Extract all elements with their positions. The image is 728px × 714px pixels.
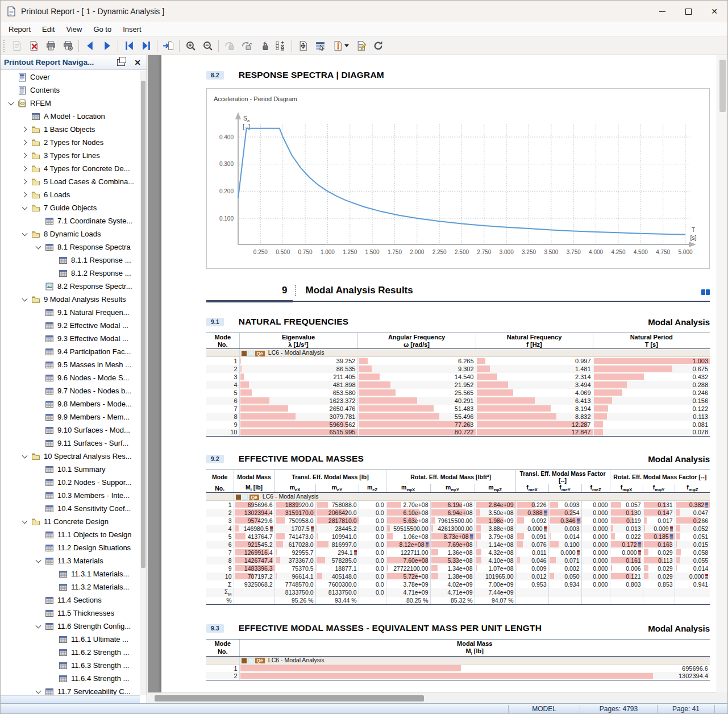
horizontal-scrollbar-thumb[interactable] xyxy=(155,695,424,701)
menu-goto[interactable]: Go to xyxy=(88,23,117,35)
tree-item-a-model-location[interactable]: A Model - Location xyxy=(1,110,140,123)
tree-item-8-dynamic-loads[interactable]: 8 Dynamic Loads xyxy=(1,227,140,240)
tree-item-9-11-surfaces-surf[interactable]: 9.11 Surfaces - Surf... xyxy=(1,437,140,450)
tree-item-8-2-response-spectr[interactable]: 8.2 Response Spectr... xyxy=(1,280,140,293)
tree-item-11-6-2-strength[interactable]: 11.6.2 Strength ... xyxy=(1,646,140,659)
tree-item-8-1-response-spectra[interactable]: 8.1 Response Spectra xyxy=(1,240,140,254)
expander-closed-icon[interactable] xyxy=(19,140,30,144)
tree-item-11-6-1-ultimate[interactable]: 11.6.1 Ultimate ... xyxy=(1,633,140,646)
update-chapters-button[interactable] xyxy=(328,38,352,54)
table-icon xyxy=(44,530,55,539)
tree-item-7-guide-objects[interactable]: 7 Guide Objects xyxy=(1,201,140,214)
tree-item-9-1-natural-frequen[interactable]: 9.1 Natural Frequen... xyxy=(1,306,140,319)
tree-item-3-types-for-lines[interactable]: 3 Types for Lines xyxy=(1,149,140,162)
tree-item-9-8-members-mode[interactable]: 9.8 Members - Mode... xyxy=(1,397,140,410)
expander-closed-icon[interactable] xyxy=(19,193,30,197)
expander-closed-icon[interactable] xyxy=(19,167,30,171)
tree-item-10-3-members-inte[interactable]: 10.3 Members - Inte... xyxy=(1,489,140,502)
tree-item-9-5-masses-in-mesh[interactable]: 9.5 Masses in Mesh ... xyxy=(1,358,140,371)
tree-item-5-load-cases-combina[interactable]: 5 Load Cases & Combina... xyxy=(1,175,140,188)
print-settings-button[interactable] xyxy=(59,38,76,54)
menu-edit[interactable]: Edit xyxy=(36,23,60,35)
tree-item-11-4-sections[interactable]: 11.4 Sections xyxy=(1,593,140,607)
tree-item-9-modal-analysis-results[interactable]: 9 Modal Analysis Results xyxy=(1,293,140,306)
tree-item-10-2-nodes-suppor[interactable]: 10.2 Nodes - Suppor... xyxy=(1,476,140,489)
expander-open-icon[interactable] xyxy=(32,560,44,562)
refresh-button[interactable] xyxy=(369,38,386,54)
tree-item-7-1-coordinate-syste[interactable]: 7.1 Coordinate Syste... xyxy=(1,214,140,227)
tree-item-2-types-for-nodes[interactable]: 2 Types for Nodes xyxy=(1,136,140,149)
fit-page-button[interactable] xyxy=(294,38,311,54)
tree-item-11-2-design-situations[interactable]: 11.2 Design Situations xyxy=(1,541,140,554)
menu-view[interactable]: View xyxy=(60,23,88,35)
tree-item-11-5-thicknesses[interactable]: 11.5 Thicknesses xyxy=(1,607,140,620)
expander-open-icon[interactable] xyxy=(32,246,44,248)
goto-page-button[interactable] xyxy=(160,38,177,54)
unlock-regenerate-button[interactable] xyxy=(238,38,255,54)
tree-item-11-6-4-strength[interactable]: 11.6.4 Strength ... xyxy=(1,672,140,685)
tree-item-8-1-2-response[interactable]: 8.1.2 Response ... xyxy=(1,267,140,280)
lock-pages-button[interactable] xyxy=(255,38,272,54)
expander-open-icon[interactable] xyxy=(19,455,30,458)
last-page-button[interactable] xyxy=(138,38,155,54)
expander-open-icon[interactable] xyxy=(19,298,30,301)
tree-item-6-loads[interactable]: 6 Loads xyxy=(1,188,140,201)
expander-open-icon[interactable] xyxy=(32,625,44,628)
tree-item-11-6-strength-config[interactable]: 11.6 Strength Config... xyxy=(1,620,140,633)
tree-item-contents[interactable]: Contents xyxy=(1,84,140,97)
expander-open-icon[interactable] xyxy=(19,233,30,235)
tree-item-11-3-2-materials[interactable]: 11.3.2 Materials... xyxy=(1,580,140,593)
edit-text-button[interactable] xyxy=(352,38,369,54)
report-page: 8.2 RESPONSE SPECTRA | DIAGRAM Accelerat… xyxy=(161,55,727,698)
print-button[interactable] xyxy=(42,38,59,54)
tree-item-11-concrete-design[interactable]: 11 Concrete Design xyxy=(1,515,140,528)
tree-item-9-2-effective-modal[interactable]: 9.2 Effective Modal ... xyxy=(1,319,140,332)
maximize-button[interactable] xyxy=(675,1,701,22)
float-panel-icon[interactable] xyxy=(117,59,125,66)
nav-back-button[interactable] xyxy=(81,38,98,54)
tree-item-10-1-summary[interactable]: 10.1 Summary xyxy=(1,463,140,476)
select-block-button[interactable] xyxy=(311,38,328,54)
expander-open-icon[interactable] xyxy=(19,207,30,209)
vertical-scrollbar-thumb[interactable] xyxy=(719,60,726,112)
tree-item-rfem[interactable]: RFEM xyxy=(1,97,140,110)
tree-item-9-6-nodes-mode-s[interactable]: 9.6 Nodes - Mode S... xyxy=(1,371,140,384)
minimize-button[interactable] xyxy=(649,1,675,22)
tree-item-9-4-participation-fac[interactable]: 9.4 Participation Fac... xyxy=(1,345,140,358)
tree-item-9-10-surfaces-mod[interactable]: 9.10 Surfaces - Mod... xyxy=(1,424,140,437)
tree-item-cover[interactable]: Cover xyxy=(1,70,140,84)
expander-open-icon[interactable] xyxy=(19,521,30,523)
tree-item-11-3-1-materials[interactable]: 11.3.1 Materials... xyxy=(1,567,140,580)
delete-page-button[interactable] xyxy=(25,38,42,54)
zoom-in-button[interactable] xyxy=(182,38,199,54)
expander-closed-icon[interactable] xyxy=(19,153,30,157)
expander-open-icon[interactable] xyxy=(32,691,44,693)
menu-report[interactable]: Report xyxy=(3,23,36,35)
recalculate-button[interactable] xyxy=(272,38,289,54)
tree-item-11-6-3-strength[interactable]: 11.6.3 Strength ... xyxy=(1,659,140,672)
tree-item-11-7-serviceability-c[interactable]: 11.7 Serviceability C... xyxy=(1,685,140,695)
tree-item-1-basic-objects[interactable]: 1 Basic Objects xyxy=(1,123,140,136)
tree-item-10-spectral-analysis-res[interactable]: 10 Spectral Analysis Res... xyxy=(1,450,140,463)
horizontal-scrollbar[interactable] xyxy=(148,692,717,703)
expander-closed-icon[interactable] xyxy=(19,180,30,184)
expander-closed-icon[interactable] xyxy=(19,127,30,131)
vertical-scrollbar[interactable] xyxy=(717,55,727,692)
dropdown-arrow-icon[interactable] xyxy=(344,44,349,47)
tree-item-9-3-effective-modal[interactable]: 9.3 Effective Modal ... xyxy=(1,332,140,345)
tree-item-8-1-1-response[interactable]: 8.1.1 Response ... xyxy=(1,254,140,267)
tree-item-9-9-members-mem[interactable]: 9.9 Members - Mem... xyxy=(1,410,140,424)
zoom-out-button[interactable] xyxy=(199,38,216,54)
navigator-scrollbar[interactable] xyxy=(140,70,147,695)
nav-forward-button[interactable] xyxy=(98,38,115,54)
close-panel-icon[interactable]: ✕ xyxy=(132,58,143,67)
menu-insert[interactable]: Insert xyxy=(117,23,147,35)
first-page-button[interactable] xyxy=(120,38,138,54)
expander-open-icon[interactable] xyxy=(5,102,16,105)
tree-item-10-4-sensitivity-coef[interactable]: 10.4 Sensitivity Coef... xyxy=(1,502,140,515)
tree-item-11-3-materials[interactable]: 11.3 Materials xyxy=(1,554,140,567)
tree-item-11-1-objects-to-design[interactable]: 11.1 Objects to Design xyxy=(1,528,140,541)
tree-item-4-types-for-concrete-de[interactable]: 4 Types for Concrete De... xyxy=(1,162,140,175)
close-button[interactable]: ✕ xyxy=(701,1,727,22)
tree-item-9-7-nodes-nodes-b[interactable]: 9.7 Nodes - Nodes b... xyxy=(1,384,140,397)
